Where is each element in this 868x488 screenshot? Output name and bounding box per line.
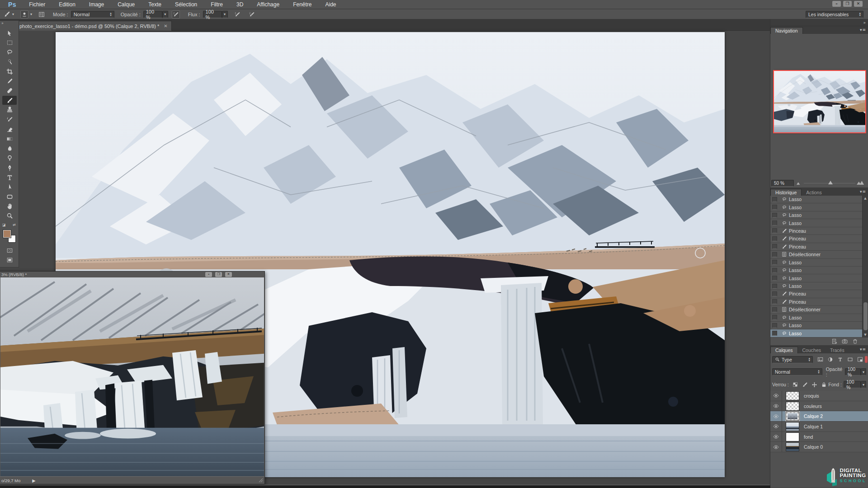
layer-blend-mode-dropdown[interactable]: Normal ▴▾ bbox=[772, 368, 822, 375]
eraser-tool[interactable] bbox=[2, 125, 17, 134]
brush-tool-icon[interactable] bbox=[4, 11, 10, 18]
history-source-checkbox[interactable] bbox=[772, 205, 777, 210]
history-scrollbar[interactable]: ▲ ▼ bbox=[862, 196, 868, 338]
layer-thumbnail[interactable] bbox=[786, 422, 799, 431]
history-source-checkbox[interactable] bbox=[772, 307, 777, 312]
lock-position-icon[interactable] bbox=[811, 382, 817, 388]
layer-fill-caret[interactable]: ▾ bbox=[861, 381, 866, 388]
status-play-icon[interactable]: ▶ bbox=[32, 478, 35, 483]
menu-affichage[interactable]: Affichage bbox=[257, 1, 279, 8]
pressure-opacity-icon[interactable] bbox=[172, 10, 180, 19]
layer-visibility-toggle[interactable] bbox=[770, 442, 782, 452]
gradient-tool[interactable] bbox=[2, 134, 17, 143]
flow-field[interactable]: 100 % bbox=[203, 11, 222, 18]
dodge-tool[interactable] bbox=[2, 154, 17, 163]
history-source-checkbox[interactable] bbox=[772, 260, 777, 265]
scrollbar-thumb[interactable] bbox=[863, 302, 868, 330]
tools-panel-collapse-icon[interactable]: » bbox=[0, 21, 19, 27]
ref-minimize-button[interactable]: – bbox=[205, 272, 212, 277]
history-state-lasso[interactable]: Lasso bbox=[770, 282, 868, 290]
opacity-caret-button[interactable]: ▾ bbox=[162, 11, 168, 18]
history-state-lasso[interactable]: Lasso bbox=[770, 322, 868, 329]
tab-couches[interactable]: Couches bbox=[798, 347, 826, 353]
tab-navigation[interactable]: Navigation bbox=[770, 27, 803, 34]
menu-filtre[interactable]: Filtre bbox=[211, 1, 223, 8]
history-state-lasso[interactable]: Lasso bbox=[770, 259, 868, 267]
history-brush-tool[interactable] bbox=[2, 115, 17, 124]
menu-calque[interactable]: Calque bbox=[118, 1, 135, 8]
tab-historique[interactable]: Historique bbox=[770, 189, 802, 196]
reference-photo[interactable] bbox=[0, 277, 264, 476]
history-source-checkbox[interactable] bbox=[772, 331, 777, 336]
history-state-lasso[interactable]: Lasso bbox=[770, 267, 868, 274]
pixel-filter-icon[interactable] bbox=[817, 357, 823, 362]
foreground-color-swatch[interactable] bbox=[3, 230, 11, 238]
document-tab[interactable]: photo_exercice_lasso1 - démo.psd @ 50% (… bbox=[15, 21, 172, 31]
tab-close-icon[interactable]: ✕ bbox=[164, 23, 167, 28]
history-state-lasso[interactable]: Lasso bbox=[770, 203, 868, 211]
history-source-checkbox[interactable] bbox=[772, 284, 777, 289]
history-state-lasso[interactable]: Lasso bbox=[770, 211, 868, 219]
history-state-lasso[interactable]: Lasso bbox=[770, 196, 868, 203]
healing-brush-tool[interactable] bbox=[2, 86, 17, 95]
flow-caret-button[interactable]: ▾ bbox=[222, 11, 228, 18]
quick-selection-tool[interactable] bbox=[2, 57, 17, 66]
shape-tool[interactable] bbox=[2, 192, 17, 201]
maximize-button[interactable]: ❐ bbox=[843, 1, 852, 7]
layer-opacity-caret[interactable]: ▾ bbox=[861, 368, 866, 375]
layer-row-calque-0[interactable]: Calque 0 bbox=[770, 442, 868, 452]
history-state-lasso[interactable]: Lasso bbox=[770, 314, 868, 322]
layer-visibility-toggle[interactable] bbox=[770, 411, 782, 421]
panel-menu-icon[interactable]: ▾≡ bbox=[860, 28, 866, 32]
history-source-checkbox[interactable] bbox=[772, 221, 777, 225]
menu-3d[interactable]: 3D bbox=[236, 1, 243, 8]
default-colors-swap[interactable]: ◪⇄ bbox=[1, 223, 17, 228]
type-tool[interactable] bbox=[2, 173, 17, 182]
brush-tool[interactable] bbox=[2, 96, 17, 105]
tab-traces[interactable]: Tracés bbox=[826, 347, 849, 353]
menu-texte[interactable]: Texte bbox=[148, 1, 161, 8]
lock-transparent-icon[interactable] bbox=[793, 382, 798, 388]
history-source-checkbox[interactable] bbox=[772, 299, 777, 304]
history-source-checkbox[interactable] bbox=[772, 315, 777, 320]
blend-mode-dropdown[interactable]: Normal ▴▾ bbox=[71, 11, 114, 18]
scroll-up-icon[interactable]: ▲ bbox=[863, 197, 868, 200]
layer-row-calque-1[interactable]: Calque 1 bbox=[770, 422, 868, 432]
layer-visibility-toggle[interactable] bbox=[770, 432, 782, 442]
toggle-brush-panel-icon[interactable] bbox=[38, 11, 45, 18]
menu-image[interactable]: Image bbox=[89, 1, 104, 8]
tab-actions[interactable]: Actions bbox=[802, 189, 826, 196]
scroll-down-icon[interactable]: ▼ bbox=[863, 333, 868, 337]
ref-maximize-button[interactable]: ❐ bbox=[215, 272, 222, 277]
panel-menu-icon[interactable]: ▾≡ bbox=[860, 189, 866, 194]
brush-preset-picker[interactable] bbox=[20, 10, 28, 19]
lock-all-icon[interactable] bbox=[821, 382, 827, 388]
history-source-checkbox[interactable] bbox=[772, 213, 777, 218]
history-source-checkbox[interactable] bbox=[772, 228, 777, 233]
path-selection-tool[interactable] bbox=[2, 183, 17, 192]
history-state-pinceau[interactable]: Pinceau bbox=[770, 235, 868, 243]
shape-filter-icon[interactable] bbox=[847, 357, 853, 362]
layer-opacity-field[interactable]: 100 % bbox=[845, 368, 861, 375]
layer-row-calque-2[interactable]: Calque 2 bbox=[770, 411, 868, 422]
history-source-checkbox[interactable] bbox=[772, 244, 777, 249]
history-state-pinceau[interactable]: Pinceau bbox=[770, 298, 868, 306]
layer-fill-field[interactable]: 100 % bbox=[844, 381, 861, 388]
layer-thumbnail[interactable] bbox=[786, 412, 799, 421]
type-filter-icon[interactable] bbox=[837, 357, 843, 362]
pen-tool[interactable] bbox=[2, 163, 17, 172]
history-source-checkbox[interactable] bbox=[772, 268, 777, 273]
dock-collapse-icon[interactable]: » bbox=[863, 20, 866, 25]
opacity-field[interactable]: 100 % bbox=[143, 11, 162, 18]
brush-tool-caret-icon[interactable]: ▾ bbox=[12, 12, 14, 16]
lasso-tool[interactable] bbox=[2, 48, 17, 57]
history-state-deselectionner[interactable]: Désélectionner bbox=[770, 251, 868, 258]
history-state-pinceau[interactable]: Pinceau bbox=[770, 243, 868, 251]
zoom-out-mountain-icon[interactable] bbox=[797, 181, 802, 185]
workspace-switcher[interactable]: Les indispensables ▴▾ bbox=[806, 11, 863, 18]
history-source-checkbox[interactable] bbox=[772, 323, 777, 328]
resize-grip-icon[interactable] bbox=[258, 478, 264, 483]
layer-visibility-toggle[interactable] bbox=[770, 391, 782, 401]
history-source-checkbox[interactable] bbox=[772, 291, 777, 296]
menu-fichier[interactable]: Fichier bbox=[29, 1, 45, 8]
